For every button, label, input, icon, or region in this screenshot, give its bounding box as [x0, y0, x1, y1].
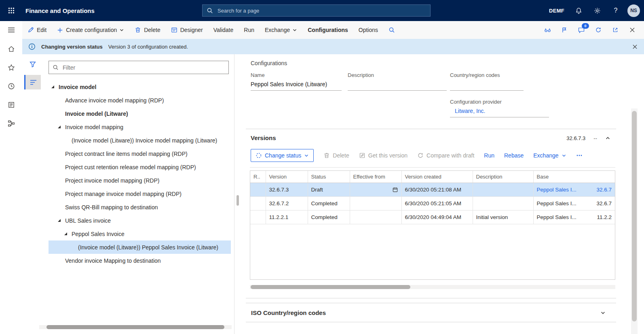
page-vertical-scrollbar[interactable]: [631, 108, 638, 334]
tree-item-label: Invoice model mapping: [65, 124, 123, 130]
versions-more-action[interactable]: [576, 152, 583, 159]
collapse-section-button[interactable]: [605, 136, 610, 141]
tree-item-advance-invoice-model-mapping-rdp[interactable]: Advance invoice model mapping (RDP): [49, 94, 231, 107]
action-designer[interactable]: Designer: [171, 27, 203, 33]
scrollbar-thumb[interactable]: [251, 285, 410, 289]
versions-change-status-button[interactable]: Change status: [251, 149, 314, 162]
base-config-link[interactable]: Peppol Sales I...: [537, 200, 576, 206]
column-header-base[interactable]: Base: [533, 171, 615, 183]
country-codes-value[interactable]: [450, 81, 524, 91]
column-header-description[interactable]: Description: [473, 171, 533, 183]
name-field: Name Peppol Sales Invoice (Litware): [251, 72, 342, 91]
name-value[interactable]: Peppol Sales Invoice (Litware): [251, 81, 342, 91]
expander-icon[interactable]: [58, 126, 65, 128]
tree-item-invoice-model-mapping[interactable]: Invoice model mapping: [49, 120, 231, 134]
tree-item-project-invoice-model-mapping-rdp[interactable]: Project invoice model mapping (RDP): [49, 174, 231, 187]
description-cell: [473, 183, 533, 197]
nav-recent-button[interactable]: [0, 77, 22, 96]
close-page-button[interactable]: [626, 24, 638, 36]
app-launcher-button[interactable]: [0, 0, 22, 21]
action-delete[interactable]: Delete: [135, 27, 160, 33]
column-header-version-created[interactable]: Version created: [401, 171, 473, 183]
tree-item-invoice-model[interactable]: Invoice model: [49, 80, 231, 94]
messages-button[interactable]: 0: [575, 24, 587, 36]
action-find[interactable]: [389, 27, 395, 33]
glasses-button[interactable]: [541, 24, 553, 36]
expander-icon[interactable]: [58, 219, 65, 222]
tree-item-invoice-model-litware-peppol-sales-invoi[interactable]: (Invoice model (Litware)) Peppol Sales I…: [49, 240, 231, 254]
column-header-status[interactable]: Status: [308, 171, 350, 183]
tree-item-invoice-model-litware-invoice-model-mapp[interactable]: (Invoice model (Litware)) Invoice model …: [49, 134, 231, 147]
version-cell: 11.2.2.1: [266, 211, 308, 224]
grid-horizontal-scrollbar[interactable]: [250, 285, 615, 289]
versions-rebase-action[interactable]: Rebase: [504, 152, 524, 159]
tree-item-project-cust-retention-release-model-map[interactable]: Project cust retention release model map…: [49, 160, 231, 174]
scrollbar-thumb[interactable]: [46, 325, 224, 329]
settings-button[interactable]: [588, 0, 606, 21]
help-button[interactable]: ?: [606, 0, 625, 21]
page-search-box[interactable]: [202, 4, 431, 17]
nav-favorites-button[interactable]: [0, 58, 22, 77]
action-label: Run: [244, 27, 254, 33]
iso-country-region-section[interactable]: ISO Country/region codes: [246, 303, 616, 322]
trash-icon: [323, 152, 330, 159]
versions-run-action[interactable]: Run: [484, 152, 494, 159]
column-header-r[interactable]: R..: [250, 171, 266, 183]
splitter-grip[interactable]: [236, 195, 239, 206]
column-header-effective-from[interactable]: Effective from: [350, 171, 401, 183]
action-edit[interactable]: Edit: [27, 27, 46, 33]
message-bar-close-button[interactable]: [632, 44, 638, 49]
column-header-version[interactable]: Version: [266, 171, 308, 183]
row-selector-cell[interactable]: [250, 211, 266, 224]
expander-icon[interactable]: [64, 232, 72, 235]
tree-item-project-contract-line-items-model-mappin[interactable]: Project contract line items model mappin…: [49, 147, 231, 160]
tree-filter-box[interactable]: [49, 61, 229, 74]
versions-section-title[interactable]: Versions: [251, 134, 276, 141]
table-row-version-11-2-2-1[interactable]: 11.2.2.1Completed6/30/2020 04:49:04 AMIn…: [250, 211, 615, 224]
page-search-input[interactable]: [217, 7, 426, 14]
tree-item-invoice-model-litware[interactable]: Invoice model (Litware): [49, 107, 231, 120]
scrollbar-thumb[interactable]: [632, 111, 637, 321]
table-row-version-32-6-7-3[interactable]: 32.6.7.3Draft6/30/2020 05:21:08 AMPeppol…: [250, 183, 615, 197]
expander-icon[interactable]: [51, 85, 59, 88]
base-config-link[interactable]: Peppol Sales I...: [537, 214, 576, 220]
tree-horizontal-scrollbar[interactable]: [39, 325, 232, 329]
description-value[interactable]: [348, 81, 447, 91]
refresh-button[interactable]: [592, 24, 604, 36]
hamburger-menu-button[interactable]: [0, 21, 22, 39]
action-configurations[interactable]: Configurations: [308, 27, 348, 33]
calendar-icon[interactable]: [392, 187, 398, 193]
flag-button[interactable]: [558, 24, 570, 36]
action-exchange[interactable]: Exchange: [265, 27, 297, 33]
nav-modules-button[interactable]: [0, 114, 22, 133]
action-validate[interactable]: Validate: [213, 27, 234, 33]
row-selector-cell[interactable]: [250, 183, 266, 197]
notifications-button[interactable]: [569, 0, 588, 21]
versions-exchange-action[interactable]: Exchange: [533, 152, 566, 159]
tree-item-ubl-sales-invoice[interactable]: UBL Sales invoice: [49, 214, 231, 227]
tree-item-vendor-invoice-mapping-to-destination[interactable]: Vendor invoice Mapping to destination: [49, 254, 231, 267]
panel-splitter[interactable]: [234, 54, 241, 334]
nav-workspaces-button[interactable]: [0, 96, 22, 114]
tree-view-toggle-button[interactable]: [24, 75, 41, 89]
versions-summary: 32.6.7.3 --: [566, 135, 610, 141]
company-picker[interactable]: DEMF: [544, 0, 569, 21]
avatar[interactable]: NS: [627, 4, 640, 17]
open-in-new-window-button[interactable]: [609, 24, 621, 36]
action-options[interactable]: Options: [359, 27, 378, 33]
nav-home-button[interactable]: [0, 40, 22, 58]
table-row-version-32-6-7-2[interactable]: 32.6.7.2Completed6/30/2020 05:21:05 AMPe…: [250, 197, 615, 211]
action-pane-right-icons: 0: [541, 24, 644, 36]
base-config-link[interactable]: Peppol Sales I...: [537, 187, 576, 193]
filter-funnel-button[interactable]: [29, 61, 36, 68]
action-run[interactable]: Run: [244, 27, 254, 33]
tree-item-project-manage-invoice-model-mapping-rdp[interactable]: Project manage invoice model mapping (RD…: [49, 187, 231, 200]
tree-item-peppol-sales-invoice[interactable]: Peppol Sales Invoice: [49, 227, 231, 240]
effective-from-cell[interactable]: [350, 183, 401, 197]
tree-filter-input[interactable]: [62, 64, 225, 71]
tree-item-swiss-qr-bill-mapping-to-destination[interactable]: Swiss QR-Bill mapping to destination: [49, 200, 231, 214]
versions-delete-action: Delete: [323, 152, 349, 159]
action-create-configuration[interactable]: Create configuration: [57, 27, 124, 33]
row-selector-cell[interactable]: [250, 197, 266, 211]
configuration-provider-link[interactable]: Litware, Inc.: [450, 108, 549, 117]
